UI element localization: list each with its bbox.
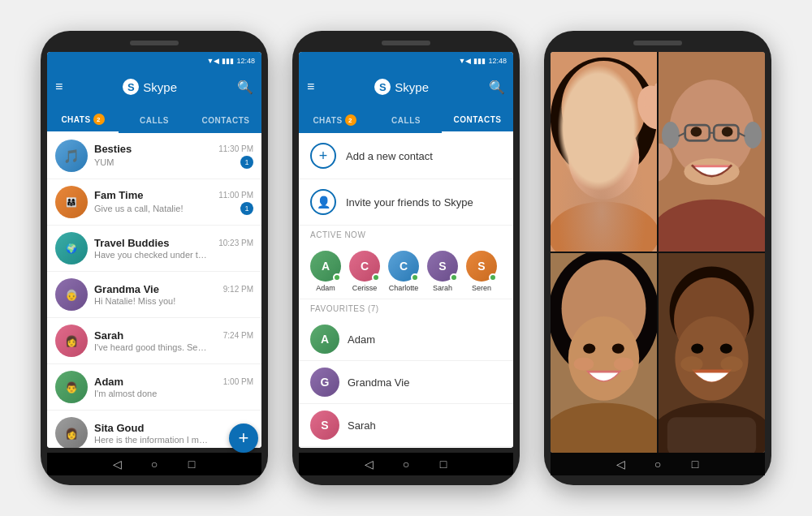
svg-point-15 <box>744 122 762 148</box>
active-avatar-adam: A <box>310 251 341 282</box>
active-dot-charlotte <box>411 273 419 282</box>
phone-nav-3: ◁ ○ □ <box>551 453 765 475</box>
chat-item-famtime[interactable]: 👨‍👩‍👧 Fam Time 11:00 PM Give us a call, … <box>47 179 261 226</box>
tab-calls-2[interactable]: CALLS <box>370 107 442 133</box>
recent-btn-1[interactable]: □ <box>184 457 199 471</box>
invite-icon: 👤 <box>310 189 336 215</box>
home-btn-3[interactable]: ○ <box>650 457 665 471</box>
chat-name-adam: Adam <box>94 376 123 388</box>
chat-list-1: 🎵 Besties 11:30 PM YUM 1 👨‍👩‍👧 <box>47 133 261 448</box>
active-dot-seren <box>489 273 497 282</box>
back-btn-1[interactable]: ◁ <box>110 457 124 471</box>
chat-preview-sarah: I've heard good things. Serena said she.… <box>94 342 208 352</box>
svg-point-41 <box>680 356 702 372</box>
signal-icon-2: ▼◀ <box>459 57 472 65</box>
home-btn-2[interactable]: ○ <box>399 457 413 471</box>
chat-preview-famtime: Give us a call, Natalie! <box>94 204 183 213</box>
menu-icon-1[interactable]: ≡ <box>55 80 63 94</box>
active-contact-seren[interactable]: S Seren <box>466 251 497 292</box>
chats-badge-2: 2 <box>345 114 356 126</box>
skype-s-icon-2: S <box>374 79 391 95</box>
chat-name-besties: Besties <box>94 143 132 155</box>
status-bar-1: ▼◀ ▮▮▮ 12:48 <box>47 52 261 70</box>
chat-name-travel: Travel Buddies <box>94 237 169 249</box>
chat-item-travel[interactable]: 🌍 Travel Buddies 10:23 PM Have you check… <box>47 226 261 272</box>
fav-avatar-grandma: G <box>310 368 339 397</box>
chat-item-adam[interactable]: 👨 Adam 1:00 PM I'm almost done <box>47 364 261 411</box>
tab-contacts-1[interactable]: CONTACTS <box>190 107 261 133</box>
svg-point-30 <box>583 343 595 353</box>
chat-preview-grandma: Hi Natalie! Miss you! <box>94 296 175 306</box>
chats-badge-1: 2 <box>93 114 105 125</box>
chat-preview-besties: YUM <box>94 157 114 167</box>
tab-chats-2[interactable]: CHATS 2 <box>299 107 370 133</box>
face-svg-br <box>659 253 765 453</box>
status-bar-2: ▼◀ ▮▮▮ 12:48 <box>299 52 513 70</box>
fav-name-grandma: Grandma Vie <box>348 376 409 389</box>
wifi-icon: ▮▮▮ <box>222 57 234 65</box>
skype-title-1: Skype <box>143 80 177 94</box>
svg-rect-44 <box>667 417 756 453</box>
tab-chats-1[interactable]: CHATS 2 <box>47 107 119 133</box>
svg-point-33 <box>614 357 634 370</box>
chat-preview-travel: Have you checked under the stairs? <box>94 250 208 260</box>
time-1: 12:48 <box>236 57 255 65</box>
tab-calls-1[interactable]: CALLS <box>119 107 190 133</box>
chat-time-besties: 11:30 PM <box>218 144 253 153</box>
active-contact-cerisse[interactable]: C Cerisse <box>349 251 380 292</box>
phone-1: ▼◀ ▮▮▮ 12:48 ≡ S Skype 🔍 CHATS 2 CALLS <box>41 31 268 485</box>
tabs-1: CHATS 2 CALLS CONTACTS <box>47 104 261 133</box>
recent-btn-3[interactable]: □ <box>688 457 702 471</box>
phone-3: ◁ ○ □ <box>544 31 771 485</box>
avatar-sita: 👩 <box>55 417 88 448</box>
fab-button-1[interactable]: + <box>229 424 258 453</box>
svg-rect-0 <box>551 52 657 252</box>
chat-preview-sita: Here is the information I mentioned... <box>94 435 208 445</box>
svg-point-34 <box>551 403 657 454</box>
fav-item-grandma[interactable]: G Grandma Vie <box>299 361 513 404</box>
search-icon-2[interactable]: 🔍 <box>489 80 505 95</box>
fav-item-sarah[interactable]: S Sarah <box>299 404 513 447</box>
wifi-icon-2: ▮▮▮ <box>473 57 486 65</box>
svg-point-39 <box>691 343 703 353</box>
chat-content-besties: Besties 11:30 PM YUM 1 <box>94 143 253 169</box>
svg-point-6 <box>551 202 657 252</box>
video-cell-tl <box>551 52 657 252</box>
chat-time-sarah: 7:24 PM <box>223 331 253 340</box>
svg-point-40 <box>720 343 732 353</box>
invite-label: Invite your friends to Skype <box>346 196 473 209</box>
recent-btn-2[interactable]: □ <box>436 457 451 471</box>
active-dot-sarah <box>450 273 458 282</box>
chat-content-travel: Travel Buddies 10:23 PM Have you checked… <box>94 237 253 260</box>
chat-item-grandma[interactable]: 👵 Grandma Vie 9:12 PM Hi Natalie! Miss y… <box>47 272 261 318</box>
svg-point-24 <box>659 200 765 252</box>
avatar-sarah: 👩 <box>55 325 88 357</box>
home-btn-1[interactable]: ○ <box>147 457 162 471</box>
chat-preview-adam: I'm almost done <box>94 389 157 398</box>
active-now-row: A Adam C Cerisse C <box>299 244 513 299</box>
chat-item-besties[interactable]: 🎵 Besties 11:30 PM YUM 1 <box>47 133 261 179</box>
add-contact-action[interactable]: + Add a new contact <box>299 133 513 179</box>
search-icon-1[interactable]: 🔍 <box>237 80 253 95</box>
chat-name-famtime: Fam Time <box>94 189 143 201</box>
screen-3 <box>551 52 765 453</box>
chat-item-sarah[interactable]: 👩 Sarah 7:24 PM I've heard good things. … <box>47 318 261 364</box>
active-contact-charlotte[interactable]: C Charlotte <box>388 251 419 292</box>
active-contact-adam[interactable]: A Adam <box>310 251 341 292</box>
video-grid <box>551 52 765 453</box>
skype-logo-2: S Skype <box>374 79 429 95</box>
fav-item-adam[interactable]: A Adam <box>299 318 513 361</box>
invite-friends-action[interactable]: 👤 Invite your friends to Skype <box>299 179 513 226</box>
avatar-famtime: 👨‍👩‍👧 <box>55 186 88 218</box>
avatar-adam: 👨 <box>55 371 88 403</box>
menu-icon-2[interactable]: ≡ <box>307 80 314 94</box>
svg-point-3 <box>568 115 639 200</box>
svg-point-31 <box>612 343 624 353</box>
back-btn-3[interactable]: ◁ <box>613 457 628 471</box>
svg-rect-9 <box>654 83 657 105</box>
back-btn-2[interactable]: ◁ <box>361 457 376 471</box>
add-contact-label: Add a new contact <box>346 150 433 162</box>
favourites-label: FAVOURITES (7) <box>299 299 513 318</box>
active-contact-sarah[interactable]: S Sarah <box>427 251 458 292</box>
tab-contacts-2[interactable]: CONTACTS <box>442 107 513 133</box>
